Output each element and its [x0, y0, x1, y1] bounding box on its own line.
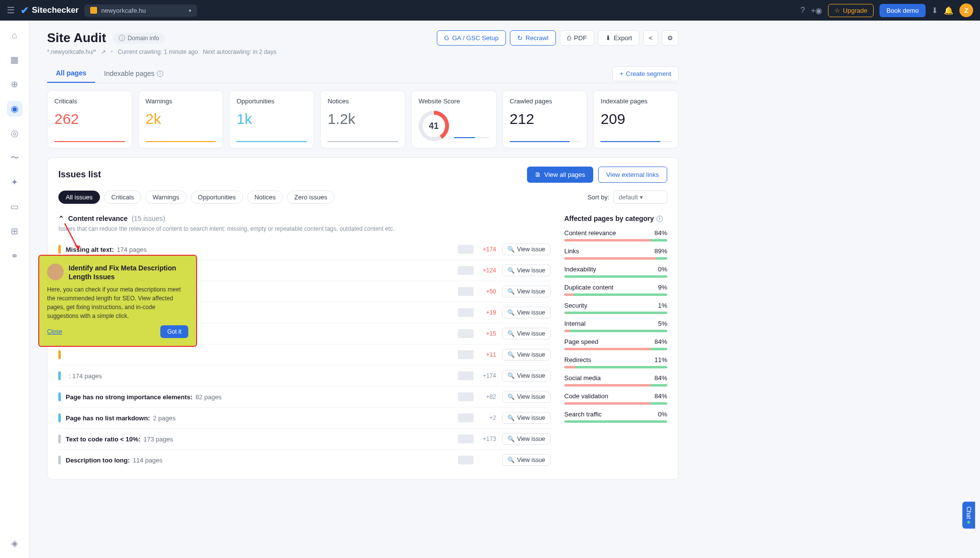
view-issue-button[interactable]: 🔍View issue	[502, 307, 551, 318]
home-icon[interactable]: ⌂	[7, 27, 23, 43]
settings-icon[interactable]: ◈	[7, 535, 23, 551]
cat-name: Page speed	[564, 338, 598, 345]
issue-pages: 173 pages	[144, 436, 174, 443]
stat-opportunities[interactable]: Opportunities1k	[229, 90, 314, 148]
ga-setup-button[interactable]: GGA / GSC Setup	[437, 30, 506, 46]
issue-row[interactable]: Text to code ratio < 10%:173 pages+173🔍V…	[58, 428, 551, 449]
pill-notices[interactable]: Notices	[247, 191, 283, 204]
category-row[interactable]: Code validation84%	[564, 392, 667, 405]
sort-select[interactable]: default ▾	[613, 191, 667, 204]
online-dot-icon	[967, 521, 970, 524]
target-icon[interactable]: ◎	[7, 125, 23, 141]
issue-row[interactable]: Description too long:114 pages🔍View issu…	[58, 449, 551, 470]
dashboard-icon[interactable]: ▦	[7, 52, 23, 68]
hamburger-icon[interactable]: ☰	[7, 5, 15, 16]
bell-icon[interactable]: 🔔	[944, 6, 954, 15]
category-row[interactable]: Indexability0%	[564, 266, 667, 278]
share-button[interactable]: <	[643, 30, 658, 46]
group-toggle[interactable]: ⌃Content relevance (15 issues)	[58, 215, 551, 222]
stat-criticals[interactable]: Criticals262	[47, 90, 132, 148]
recrawl-button[interactable]: ↻Recrawl	[510, 30, 556, 46]
tabs: All pages Indexable pagesi +Create segme…	[47, 64, 678, 83]
download-icon: ⬇	[605, 34, 611, 42]
stat-warnings[interactable]: Warnings2k	[138, 90, 224, 148]
category-row[interactable]: Search traffic0%	[564, 411, 667, 423]
issue-row[interactable]: +11🔍View issue	[58, 344, 551, 365]
tab-indexable[interactable]: Indexable pagesi	[95, 65, 172, 82]
view-external-links-button[interactable]: View external links	[598, 167, 667, 183]
view-issue-button[interactable]: 🔍View issue	[502, 265, 551, 276]
stat-crawled[interactable]: Crawled pages212	[503, 90, 588, 148]
delta-value: +174	[479, 372, 496, 379]
severity-indicator	[58, 350, 61, 359]
pill-zero-issues[interactable]: Zero issues	[287, 191, 334, 204]
link-icon[interactable]: ⚭	[7, 248, 23, 264]
sidebar: ⌂ ▦ ⊕ ◉ ◎ 〜 ✦ ▭ ⊞ ⚭ ◈	[0, 21, 29, 558]
issue-row[interactable]: : 174 pages+174🔍View issue	[58, 365, 551, 386]
tooltip-close[interactable]: Close	[47, 328, 62, 335]
pill-opportunities[interactable]: Opportunities	[191, 191, 243, 204]
category-row[interactable]: Redirects11%	[564, 356, 667, 368]
category-row[interactable]: Page speed84%	[564, 338, 667, 350]
pdf-button[interactable]: ⎙PDF	[560, 30, 594, 46]
view-all-pages-button[interactable]: 🗎View all pages	[527, 167, 593, 183]
issue-name: Text to code ratio < 10%:	[66, 436, 141, 443]
view-issue-button[interactable]: 🔍View issue	[502, 328, 551, 340]
invite-icon[interactable]: +◉	[811, 6, 822, 15]
cat-bar	[564, 384, 667, 387]
category-row[interactable]: Duplicate content9%	[564, 284, 667, 296]
trend-icon[interactable]: 〜	[7, 150, 23, 166]
category-row[interactable]: Links89%	[564, 247, 667, 260]
stat-score[interactable]: Website Score41	[411, 90, 497, 148]
stat-indexable[interactable]: Indexable pages209	[593, 90, 678, 148]
audit-icon[interactable]: ◉	[7, 101, 23, 117]
delta-value: +11	[479, 351, 496, 358]
category-row[interactable]: Social media84%	[564, 374, 667, 387]
cat-name: Content relevance	[564, 229, 616, 237]
download-icon[interactable]: ⬇	[931, 6, 938, 15]
category-row[interactable]: Security1%	[564, 302, 667, 314]
pill-all-issues[interactable]: All issues	[58, 191, 100, 204]
stat-notices[interactable]: Notices1.2k	[320, 90, 405, 148]
search-icon: 🔍	[507, 288, 515, 295]
severity-indicator	[58, 392, 61, 401]
briefcase-icon[interactable]: ▭	[7, 199, 23, 215]
crawl-status: Current crawling: 1 minute ago	[118, 49, 198, 55]
view-issue-button[interactable]: 🔍View issue	[502, 286, 551, 297]
avatar[interactable]: Z	[959, 3, 973, 17]
view-issue-button[interactable]: 🔍View issue	[502, 370, 551, 382]
upgrade-button[interactable]: ☆Upgrade	[828, 4, 874, 17]
issue-row[interactable]: Page has no strong importance elements:8…	[58, 386, 551, 407]
view-issue-button[interactable]: 🔍View issue	[502, 433, 551, 445]
category-row[interactable]: Internal5%	[564, 320, 667, 332]
external-icon[interactable]: ↗	[101, 49, 106, 55]
domain-selector[interactable]: newyorkcafe.hu▾	[84, 4, 197, 17]
category-row[interactable]: Content relevance84%	[564, 229, 667, 242]
info-icon[interactable]: i	[656, 216, 663, 222]
sub-domain[interactable]: *.newyorkcafe.hu/*	[47, 49, 96, 55]
apps-icon[interactable]: ⊞	[7, 223, 23, 239]
tab-all-pages[interactable]: All pages	[47, 64, 95, 83]
help-icon[interactable]: ?	[801, 6, 805, 15]
pill-criticals[interactable]: Criticals	[104, 191, 141, 204]
view-issue-button[interactable]: 🔍View issue	[502, 391, 551, 403]
view-issue-button[interactable]: 🔍View issue	[502, 412, 551, 424]
book-demo-button[interactable]: Book demo	[879, 4, 926, 17]
cat-name: Indexability	[564, 266, 596, 273]
view-issue-button[interactable]: 🔍View issue	[502, 349, 551, 361]
view-issue-button[interactable]: 🔍View issue	[502, 454, 551, 466]
tooltip-gotit-button[interactable]: Got it	[160, 325, 188, 338]
search-icon[interactable]: ⊕	[7, 76, 23, 92]
domain-info-button[interactable]: iDomain info	[113, 33, 165, 44]
gear-icon: ⚙	[667, 34, 673, 42]
cat-bar	[564, 293, 667, 296]
issue-row[interactable]: Page has no list markdown:2 pages+2🔍View…	[58, 407, 551, 428]
settings-button[interactable]: ⚙	[662, 30, 678, 46]
export-button[interactable]: ⬇Export	[598, 30, 640, 46]
create-segment-button[interactable]: +Create segment	[612, 66, 678, 81]
chat-button[interactable]: Chat	[962, 502, 975, 529]
logo[interactable]: ✔Sitechecker	[21, 4, 78, 16]
pill-warnings[interactable]: Warnings	[145, 191, 186, 204]
magic-icon[interactable]: ✦	[7, 174, 23, 190]
view-issue-button[interactable]: 🔍View issue	[502, 243, 551, 255]
